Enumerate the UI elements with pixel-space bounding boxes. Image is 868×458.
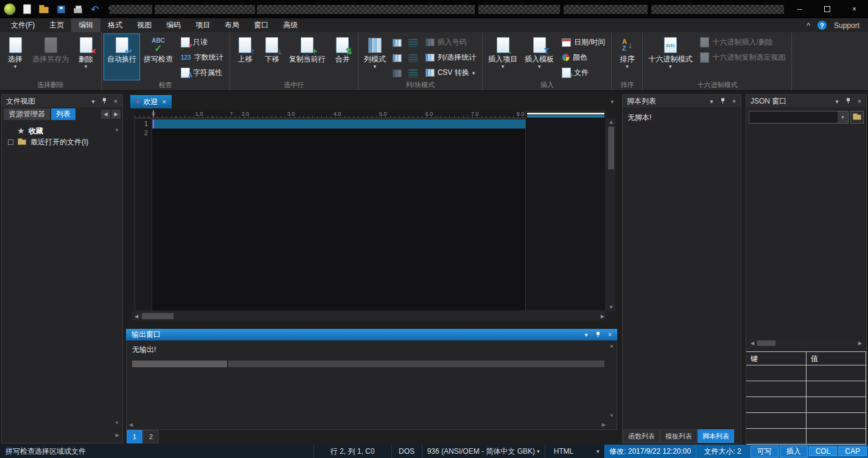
- menu-layout[interactable]: 布局: [217, 18, 247, 32]
- scroll-down-icon[interactable]: ▼: [114, 420, 119, 426]
- output-tab-2[interactable]: 2: [143, 430, 159, 443]
- minimize-button[interactable]: ─: [786, 0, 813, 18]
- json-horizontal-scrollbar[interactable]: ◀ ▶: [749, 339, 864, 347]
- output-tab-1[interactable]: 1: [127, 430, 142, 443]
- status-encoding[interactable]: 936 (ANSI/OEM - 简体中文 GBK) ▾: [422, 445, 545, 458]
- move-up-button[interactable]: ↑ 上移: [232, 33, 259, 80]
- color-button[interactable]: 颜色: [558, 50, 609, 65]
- support-link[interactable]: Support: [834, 21, 859, 30]
- hex-mode-button[interactable]: 0101 十六进制模式 ▾: [645, 33, 696, 80]
- tab-list-dropdown-icon[interactable]: ▾: [611, 99, 617, 105]
- pin-icon[interactable]: [845, 98, 851, 104]
- json-file-combobox[interactable]: ▾: [749, 111, 849, 124]
- menu-project[interactable]: 项目: [188, 18, 217, 32]
- tab-list[interactable]: 列表: [51, 108, 75, 120]
- join-lines-button[interactable]: ⇅ 合并: [329, 33, 356, 80]
- status-line-ending[interactable]: DOS: [391, 445, 422, 458]
- expand-box-icon[interactable]: [8, 139, 13, 145]
- text-area[interactable]: [152, 119, 527, 311]
- table-row[interactable]: [746, 365, 866, 381]
- tree-item-recent-files[interactable]: 最近打开的文件(I): [2, 136, 122, 147]
- tab-template-list[interactable]: 模板列表: [660, 429, 697, 443]
- open-file-button[interactable]: [37, 2, 51, 16]
- pin-icon[interactable]: [102, 98, 107, 104]
- maximize-button[interactable]: [813, 0, 841, 18]
- menu-view[interactable]: 视图: [130, 18, 159, 32]
- status-insert-mode-button[interactable]: 插入: [780, 446, 808, 457]
- chevron-down-icon[interactable]: ▾: [833, 98, 841, 105]
- table-row[interactable]: [746, 381, 866, 397]
- tab-explorer[interactable]: 资源管理器: [4, 108, 50, 120]
- character-properties-button[interactable]: A 字符属性: [177, 65, 228, 80]
- scroll-left-icon[interactable]: ◀: [135, 314, 138, 319]
- select-button[interactable]: 选择 ▾: [2, 33, 29, 80]
- menu-advanced[interactable]: 高级: [276, 18, 305, 32]
- minimap[interactable]: [525, 111, 606, 311]
- insert-file-button[interactable]: + 文件: [558, 65, 609, 80]
- csv-convert-button[interactable]: CSV 转换 ▾: [421, 65, 480, 80]
- scroll-left-icon[interactable]: ◀: [751, 340, 754, 346]
- status-syntax[interactable]: HTML ▾: [545, 445, 604, 458]
- delete-button[interactable]: × 删除 ▾: [72, 33, 99, 80]
- word-count-button[interactable]: 123 字数统计: [177, 50, 228, 65]
- chevron-down-icon[interactable]: ▾: [89, 98, 97, 105]
- read-only-button[interactable]: ● 只读: [177, 35, 228, 50]
- collapse-ribbon-icon[interactable]: ^: [807, 21, 810, 30]
- table-row[interactable]: [746, 429, 866, 445]
- column-mode-button[interactable]: 列模式 ▾: [360, 33, 390, 80]
- help-icon[interactable]: ?: [817, 21, 827, 30]
- scroll-right-icon[interactable]: ▶: [858, 340, 862, 346]
- insert-item-button[interactable]: → 插入项目 ▾: [485, 33, 521, 80]
- scroll-right-icon[interactable]: ▶: [602, 422, 606, 428]
- tab-function-list[interactable]: 函数列表: [623, 429, 660, 443]
- scrollbar-thumb[interactable]: [142, 313, 173, 319]
- menu-encoding[interactable]: 编码: [159, 18, 188, 32]
- scroll-right-icon[interactable]: ▶: [116, 432, 119, 438]
- chevron-down-icon[interactable]: ▾: [838, 111, 848, 123]
- print-button[interactable]: [71, 2, 85, 16]
- status-col-toggle[interactable]: COL: [809, 446, 838, 456]
- close-icon[interactable]: ×: [856, 98, 863, 105]
- scrollbar-thumb[interactable]: [757, 340, 775, 346]
- scroll-up-icon[interactable]: ▲: [114, 127, 119, 132]
- chevron-down-icon[interactable]: ▾: [708, 98, 715, 105]
- close-tab-icon[interactable]: ×: [162, 98, 166, 105]
- pin-icon[interactable]: [595, 332, 601, 338]
- scroll-up-icon[interactable]: ▲: [609, 343, 614, 348]
- insert-template-button[interactable]: T 插入模板 ▾: [521, 33, 558, 80]
- tab-scroll-left-icon[interactable]: ◀: [101, 110, 110, 119]
- column-block-icon-button-1[interactable]: [390, 35, 405, 50]
- scroll-left-icon[interactable]: ◀: [129, 422, 133, 428]
- close-button[interactable]: ×: [841, 0, 868, 18]
- scroll-down-icon[interactable]: ▼: [609, 413, 614, 418]
- scroll-down-icon[interactable]: ▼: [609, 305, 614, 310]
- spell-check-button[interactable]: ABC✓ 拼写检查: [140, 33, 177, 80]
- menu-file[interactable]: 文件(F): [4, 18, 42, 32]
- close-icon[interactable]: ×: [112, 98, 119, 105]
- browse-folder-button[interactable]: [850, 111, 864, 124]
- new-file-button[interactable]: [19, 2, 34, 16]
- undo-button[interactable]: ↶: [88, 2, 102, 16]
- table-row[interactable]: [746, 413, 866, 429]
- save-button[interactable]: [54, 2, 68, 16]
- date-time-button[interactable]: 日期/时间: [558, 35, 609, 50]
- close-icon[interactable]: ×: [730, 98, 738, 105]
- editor-horizontal-scrollbar[interactable]: ◀ ▶: [132, 312, 607, 320]
- scroll-up-icon[interactable]: ▲: [609, 119, 614, 125]
- sort-button[interactable]: AZ↓ 排序 ▾: [614, 33, 640, 80]
- menu-window[interactable]: 窗口: [247, 18, 276, 32]
- move-down-button[interactable]: ↓ 下移: [259, 33, 285, 80]
- chevron-down-icon[interactable]: ▾: [583, 331, 590, 338]
- editor-vertical-scrollbar[interactable]: ▲ ▼: [607, 118, 615, 311]
- tab-script-list[interactable]: 脚本列表: [698, 429, 734, 443]
- menu-edit[interactable]: 编辑: [71, 18, 100, 32]
- scroll-right-icon[interactable]: ▶: [601, 314, 604, 319]
- status-cap-toggle[interactable]: CAP: [838, 446, 867, 456]
- column-selection-stats-button[interactable]: 列/选择统计: [421, 50, 480, 65]
- close-icon[interactable]: ×: [606, 331, 614, 338]
- column-block-icon-button-2[interactable]: [390, 51, 405, 65]
- status-writable-button[interactable]: 可写: [751, 446, 779, 457]
- menu-home[interactable]: 主页: [42, 18, 71, 32]
- scrollbar-thumb[interactable]: [608, 127, 614, 169]
- document-tab-welcome[interactable]: ● 欢迎 ×: [130, 95, 172, 108]
